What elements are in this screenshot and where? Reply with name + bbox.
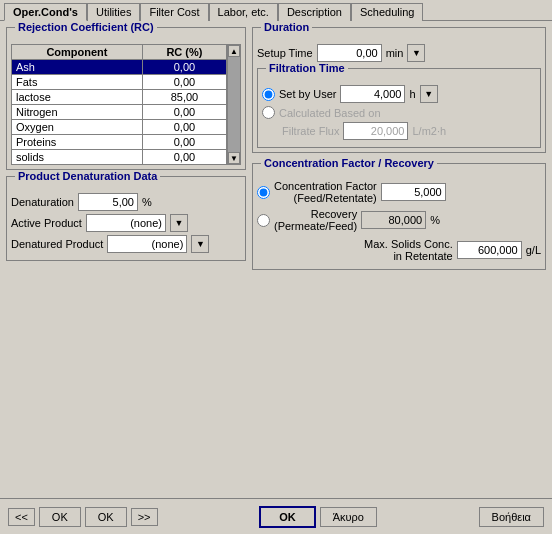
denaturation-unit: % bbox=[142, 196, 152, 208]
filtrate-flux-row: Filtrate Flux L/m2·h bbox=[282, 122, 536, 140]
cf-sublabel: (Feed/Retentate) bbox=[294, 192, 377, 204]
tab-description[interactable]: Description bbox=[278, 3, 351, 21]
component-cell: Nitrogen bbox=[12, 105, 143, 120]
tab-utilities[interactable]: Utilities bbox=[87, 3, 140, 21]
max-solids-sublabel: in Retentate bbox=[393, 250, 452, 262]
set-by-user-label: Set by User bbox=[279, 88, 336, 100]
denatured-product-input[interactable] bbox=[107, 235, 187, 253]
setup-time-input[interactable] bbox=[317, 44, 382, 62]
rc-cell: 0,00 bbox=[142, 150, 226, 165]
filtration-time-content: Set by User h ▼ Calculated Based on Filt… bbox=[262, 85, 536, 140]
setup-time-label: Setup Time bbox=[257, 47, 313, 59]
tab-filtercost[interactable]: Filter Cost bbox=[140, 3, 208, 21]
denaturation-group-title: Product Denaturation Data bbox=[15, 170, 160, 182]
cf-row: Concentration Factor (Feed/Retentate) bbox=[257, 180, 541, 204]
recovery-unit: % bbox=[430, 214, 440, 226]
tab-laboretc[interactable]: Labor, etc. bbox=[209, 3, 278, 21]
denatured-product-dropdown-btn[interactable]: ▼ bbox=[191, 235, 209, 253]
cf-label: Concentration Factor bbox=[274, 180, 377, 192]
left-panel: Rejection Coefficient (RC) Component RC … bbox=[6, 27, 246, 492]
nav-prev-btn[interactable]: << bbox=[8, 508, 35, 526]
concentration-factor-group: Concentration Factor / Recovery Concentr… bbox=[252, 163, 546, 270]
denatured-product-label: Denatured Product bbox=[11, 238, 103, 250]
table-row[interactable]: Proteins0,00 bbox=[12, 135, 227, 150]
table-row[interactable]: Oxygen0,00 bbox=[12, 120, 227, 135]
set-by-user-row: Set by User h ▼ bbox=[262, 85, 536, 103]
scroll-down-btn[interactable]: ▼ bbox=[228, 152, 240, 164]
cf-input[interactable] bbox=[381, 183, 446, 201]
setup-time-unit-btn[interactable]: ▼ bbox=[407, 44, 425, 62]
rc-cell: 0,00 bbox=[142, 105, 226, 120]
table-row[interactable]: lactose85,00 bbox=[12, 90, 227, 105]
filtration-time-group: Filtration Time Set by User h ▼ bbox=[257, 68, 541, 148]
max-solids-input[interactable] bbox=[457, 241, 522, 259]
filtrate-flux-input[interactable] bbox=[343, 122, 408, 140]
set-by-user-input[interactable] bbox=[340, 85, 405, 103]
rc-cell: 85,00 bbox=[142, 90, 226, 105]
set-by-user-unit: h bbox=[409, 88, 415, 100]
active-product-row: Active Product ▼ bbox=[11, 214, 241, 232]
denaturation-input[interactable] bbox=[78, 193, 138, 211]
product-denaturation-group: Product Denaturation Data Denaturation %… bbox=[6, 176, 246, 261]
cf-label-block: Concentration Factor (Feed/Retentate) bbox=[274, 180, 377, 204]
ok-left-btn[interactable]: OK bbox=[39, 507, 81, 527]
filtration-unit-btn[interactable]: ▼ bbox=[420, 85, 438, 103]
component-cell: Fats bbox=[12, 75, 143, 90]
calculated-radio[interactable] bbox=[262, 106, 275, 119]
ok-right-btn[interactable]: OK bbox=[85, 507, 127, 527]
col-rc: RC (%) bbox=[142, 45, 226, 60]
ok-main-btn[interactable]: OK bbox=[259, 506, 316, 528]
help-btn[interactable]: Βοήθεια bbox=[479, 507, 544, 527]
scroll-track bbox=[228, 57, 240, 152]
recovery-input[interactable] bbox=[361, 211, 426, 229]
table-row[interactable]: Nitrogen0,00 bbox=[12, 105, 227, 120]
recovery-row: Recovery (Permeate/Feed) % bbox=[257, 208, 541, 232]
cancel-btn[interactable]: Άκυρο bbox=[320, 507, 377, 527]
table-row[interactable]: Ash0,00 bbox=[12, 60, 227, 75]
recovery-label-block: Recovery (Permeate/Feed) bbox=[274, 208, 357, 232]
recovery-radio[interactable] bbox=[257, 214, 270, 227]
rejection-coefficient-group: Rejection Coefficient (RC) Component RC … bbox=[6, 27, 246, 170]
component-cell: lactose bbox=[12, 90, 143, 105]
filtration-time-title: Filtration Time bbox=[266, 62, 348, 74]
tab-scheduling[interactable]: Scheduling bbox=[351, 3, 423, 21]
setup-time-unit: min bbox=[386, 47, 404, 59]
max-solids-label-block: Max. Solids Conc. in Retentate bbox=[364, 238, 453, 262]
recovery-label: Recovery bbox=[311, 208, 357, 220]
rc-group-title: Rejection Coefficient (RC) bbox=[15, 21, 157, 33]
scroll-up-btn[interactable]: ▲ bbox=[228, 45, 240, 57]
rc-cell: 0,00 bbox=[142, 135, 226, 150]
rc-table-wrapper: Component RC (%) Ash0,00Fats0,00lactose8… bbox=[11, 44, 241, 165]
set-by-user-radio[interactable] bbox=[262, 88, 275, 101]
col-component: Component bbox=[12, 45, 143, 60]
rc-cell: 0,00 bbox=[142, 60, 226, 75]
denaturation-content: Denaturation % Active Product ▼ Denature… bbox=[11, 193, 241, 253]
right-panel: Duration Setup Time min ▼ Filtration Tim… bbox=[252, 27, 546, 492]
recovery-sublabel: (Permeate/Feed) bbox=[274, 220, 357, 232]
cf-group-title: Concentration Factor / Recovery bbox=[261, 157, 437, 169]
component-cell: Ash bbox=[12, 60, 143, 75]
main-window: Oper.Cond's Utilities Filter Cost Labor,… bbox=[0, 0, 552, 534]
component-cell: solids bbox=[12, 150, 143, 165]
rc-cell: 0,00 bbox=[142, 120, 226, 135]
tab-operconds[interactable]: Oper.Cond's bbox=[4, 3, 87, 21]
denatured-product-row: Denatured Product ▼ bbox=[11, 235, 241, 253]
cf-radio[interactable] bbox=[257, 186, 270, 199]
filtrate-flux-unit: L/m2·h bbox=[412, 125, 446, 137]
main-btn-group: OK Άκυρο bbox=[259, 506, 377, 528]
rc-table: Component RC (%) Ash0,00Fats0,00lactose8… bbox=[11, 44, 227, 165]
active-product-input[interactable] bbox=[86, 214, 166, 232]
denaturation-row: Denaturation % bbox=[11, 193, 241, 211]
active-product-dropdown-btn[interactable]: ▼ bbox=[170, 214, 188, 232]
component-cell: Oxygen bbox=[12, 120, 143, 135]
duration-title: Duration bbox=[261, 21, 312, 33]
table-row[interactable]: Fats0,00 bbox=[12, 75, 227, 90]
nav-next-btn[interactable]: >> bbox=[131, 508, 158, 526]
calculated-label: Calculated Based on bbox=[279, 107, 381, 119]
rc-scrollbar[interactable]: ▲ ▼ bbox=[227, 44, 241, 165]
button-bar: << OK OK >> OK Άκυρο Βοήθεια bbox=[0, 498, 552, 534]
rc-cell: 0,00 bbox=[142, 75, 226, 90]
active-product-label: Active Product bbox=[11, 217, 82, 229]
table-row[interactable]: solids0,00 bbox=[12, 150, 227, 165]
component-cell: Proteins bbox=[12, 135, 143, 150]
